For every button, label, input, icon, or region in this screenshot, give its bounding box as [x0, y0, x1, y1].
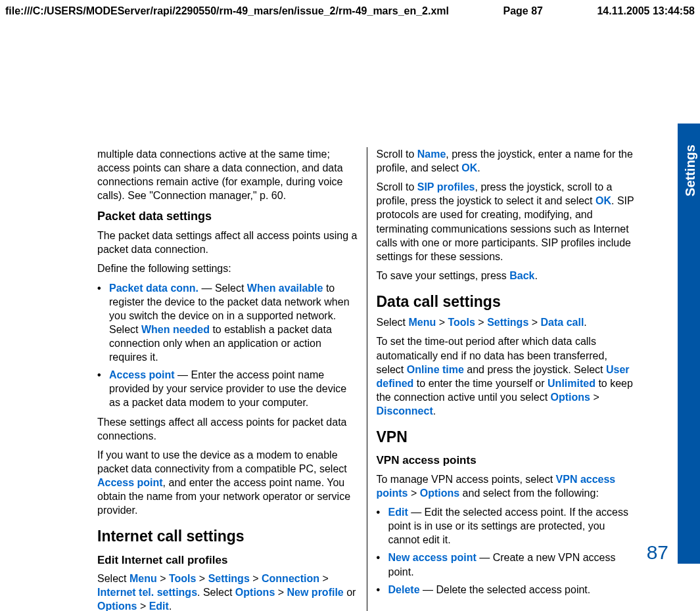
ui-term-back: Back — [509, 270, 534, 281]
ui-term-ok: OK — [595, 195, 611, 206]
ui-term-settings: Settings — [487, 317, 528, 328]
ui-term-edit: Edit — [149, 600, 169, 611]
paragraph: Scroll to SIP profiles, press the joysti… — [377, 180, 637, 263]
ui-term-access-point: Access point — [97, 477, 163, 488]
text: > — [528, 317, 540, 328]
text: > — [436, 317, 448, 328]
text: > — [475, 317, 487, 328]
paragraph: multiple data connections active at the … — [97, 147, 358, 202]
paragraph: To manage VPN access points, select VPN … — [377, 472, 637, 500]
ui-term-data-call: Data call — [541, 317, 584, 328]
header-filepath: file:///C:/USERS/MODEServer/rapi/2290550… — [5, 5, 449, 17]
header-timestamp: 14.11.2005 13:44:58 — [597, 5, 695, 17]
text: To manage VPN access points, select — [377, 474, 556, 485]
heading-edit-internet-call-profiles: Edit Internet call profiles — [97, 553, 358, 568]
text: If you want to use the device as a modem… — [97, 449, 347, 474]
ui-term-packet-data-conn: Packet data conn. — [109, 283, 198, 294]
text: To save your settings, press — [377, 270, 510, 281]
ui-term-edit: Edit — [388, 507, 408, 518]
text: . — [169, 600, 172, 611]
text: or — [344, 587, 356, 598]
ui-term-connection: Connection — [262, 573, 319, 584]
text: to enter the time yourself or — [413, 378, 548, 389]
text: — Edit the selected access point. If the… — [388, 507, 629, 545]
list-item: Packet data conn. — Select When availabl… — [97, 281, 358, 365]
bullet-list: Edit — Edit the selected access point. I… — [377, 505, 637, 597]
text: Select — [377, 317, 409, 328]
heading-packet-data-settings: Packet data settings — [97, 209, 358, 225]
ui-term-when-available: When available — [247, 283, 323, 294]
text: > — [137, 600, 149, 611]
text: . Select — [197, 587, 235, 598]
text: > — [319, 573, 329, 584]
ui-term-online-time: Online time — [407, 364, 464, 375]
ui-term-options: Options — [97, 600, 137, 611]
paragraph: Select Menu > Tools > Settings > Connect… — [97, 572, 358, 611]
ui-term-when-needed: When needed — [141, 324, 210, 335]
ui-term-menu: Menu — [408, 317, 436, 328]
ui-term-unlimited: Unlimited — [548, 378, 595, 389]
ui-term-new-profile: New profile — [287, 587, 344, 598]
text: — Select — [198, 283, 247, 294]
ui-term-options: Options — [235, 587, 275, 598]
header-page: Page 87 — [503, 5, 542, 17]
ui-term-settings: Settings — [208, 573, 250, 584]
ui-term-options: Options — [420, 487, 459, 499]
list-item: Access point — Enter the access point na… — [97, 368, 358, 409]
ui-term-tools: Tools — [169, 573, 196, 584]
text: > — [408, 487, 420, 499]
heading-vpn-access-points: VPN access points — [377, 453, 637, 468]
paragraph: Scroll to Name, press the joystick, ente… — [377, 147, 637, 175]
list-item: New access point — Create a new VPN acce… — [377, 551, 637, 578]
text: > — [590, 392, 599, 403]
ui-term-tools: Tools — [448, 317, 475, 328]
ui-term-options: Options — [551, 392, 590, 403]
text: > — [157, 573, 169, 584]
text: and press the joystick. Select — [464, 364, 606, 375]
paragraph: Select Menu > Tools > Settings > Data ca… — [377, 315, 637, 329]
ui-term-name: Name — [417, 148, 446, 160]
ui-term-ok: OK — [461, 162, 477, 173]
text: — Delete the selected access point. — [420, 584, 591, 595]
text: > — [250, 573, 262, 584]
paragraph: Define the following settings: — [97, 261, 358, 275]
paragraph: These settings affect all access points … — [97, 415, 358, 443]
columns: multiple data connections active at the … — [97, 147, 636, 611]
heading-internet-call-settings: Internet call settings — [97, 526, 358, 546]
paragraph: To set the time-out period after which d… — [377, 334, 637, 418]
heading-data-call-settings: Data call settings — [377, 292, 637, 311]
paragraph: If you want to use the device as a modem… — [97, 448, 358, 518]
text: . — [584, 317, 586, 328]
ui-term-internet-tel-settings: Internet tel. settings — [97, 587, 197, 598]
content-body: multiple data connections active at the … — [97, 147, 693, 611]
paragraph: The packet data settings affect all acce… — [97, 229, 358, 256]
text: Select — [97, 573, 129, 584]
list-item: Edit — Edit the selected access point. I… — [377, 505, 637, 547]
text: > — [275, 587, 287, 598]
text: . — [477, 162, 480, 173]
ui-term-new-access-point: New access point — [388, 552, 477, 563]
ui-term-sip-profiles: SIP profiles — [417, 181, 475, 192]
ui-term-access-point: Access point — [109, 369, 175, 380]
text: > — [196, 573, 208, 584]
ui-term-disconnect: Disconnect — [377, 405, 433, 417]
ui-term-delete: Delete — [388, 584, 420, 595]
print-header: file:///C:/USERS/MODEServer/rapi/2290550… — [0, 5, 700, 17]
list-item: Delete — Delete the selected access poin… — [377, 583, 637, 597]
text: . — [535, 270, 538, 281]
right-column: Scroll to Name, press the joystick, ente… — [367, 147, 637, 611]
text: Scroll to — [377, 148, 417, 160]
text: . — [433, 405, 436, 417]
paragraph: To save your settings, press Back. — [377, 269, 637, 283]
left-column: multiple data connections active at the … — [97, 147, 367, 611]
text: and select from the following: — [459, 487, 599, 499]
bullet-list: Packet data conn. — Select When availabl… — [97, 281, 358, 410]
ui-term-menu: Menu — [129, 573, 157, 584]
text: Scroll to — [377, 181, 417, 192]
page: file:///C:/USERS/MODEServer/rapi/2290550… — [0, 0, 700, 611]
heading-vpn: VPN — [377, 427, 637, 447]
